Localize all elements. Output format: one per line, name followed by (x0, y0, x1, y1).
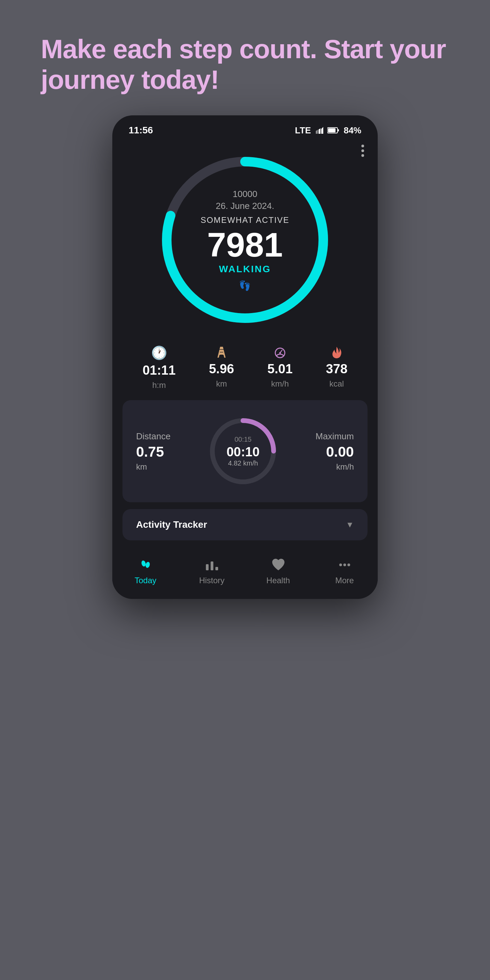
timer-distance-side: Distance 0.75 km (136, 431, 170, 472)
svg-point-21 (347, 563, 350, 566)
stat-speed-value: 5.01 (267, 362, 293, 376)
clock-icon: 🕐 (151, 345, 167, 360)
bar-chart-icon (205, 557, 220, 572)
status-time: 11:56 (129, 125, 153, 136)
fire-icon (330, 345, 343, 359)
timer-max-value: 0.00 (326, 444, 354, 460)
svg-point-20 (343, 563, 346, 566)
activity-tracker-bar[interactable]: Activity Tracker ▼ (123, 509, 368, 540)
more-icon (337, 557, 352, 572)
stat-duration: 🕐 01:11 h:m (143, 345, 176, 390)
svg-rect-5 (328, 128, 336, 132)
dropdown-arrow-icon: ▼ (346, 520, 354, 530)
speedometer-icon (273, 345, 287, 359)
timer-outer-time: 00:15 (227, 436, 259, 443)
ring-steps: 7981 (200, 228, 289, 262)
timer-max-unit: km/h (336, 462, 354, 472)
battery-percent: 84% (344, 125, 361, 136)
nav-today[interactable]: Today (112, 557, 179, 585)
svg-point-19 (339, 563, 342, 566)
ring-date: 26. June 2024. (200, 201, 289, 211)
svg-rect-6 (337, 129, 339, 131)
stat-speed: 5.01 km/h (267, 345, 293, 390)
battery-icon (327, 127, 340, 134)
timer-max-label: Maximum (315, 431, 354, 442)
stat-calories-value: 378 (326, 362, 347, 376)
stat-duration-unit: h:m (153, 380, 166, 390)
hero-text: Make each step count. Start your journey… (0, 0, 490, 115)
svg-marker-2 (316, 130, 318, 134)
svg-point-14 (140, 560, 146, 567)
svg-marker-0 (321, 127, 323, 134)
timer-main-time: 00:10 (227, 445, 259, 460)
ring-goal: 10000 (200, 189, 289, 199)
activity-tracker-label: Activity Tracker (136, 519, 207, 530)
timer-ring: 00:15 00:10 4.82 km/h (205, 414, 280, 488)
heart-icon (271, 557, 286, 572)
timer-ring-center: 00:15 00:10 4.82 km/h (227, 436, 259, 467)
svg-rect-17 (211, 562, 213, 570)
ring-activity-level: SOMEWHAT ACTIVE (200, 215, 289, 225)
ring-center: 10000 26. June 2024. SOMEWHAT ACTIVE 798… (200, 189, 289, 291)
nav-history-label: History (199, 576, 224, 585)
ring-section: 10000 26. June 2024. SOMEWHAT ACTIVE 798… (112, 141, 378, 400)
step-ring: 10000 26. June 2024. SOMEWHAT ACTIVE 798… (153, 148, 337, 332)
nav-health-label: Health (266, 576, 290, 585)
road-icon (215, 345, 228, 359)
phone-frame: 11:56 LTE 84% (112, 115, 378, 599)
status-right: LTE 84% (295, 125, 361, 136)
timer-distance-label: Distance (136, 431, 170, 442)
footprint-icon: 👣 (200, 280, 289, 291)
stat-calories-unit: kcal (329, 379, 344, 388)
timer-distance-unit: km (136, 462, 147, 472)
svg-rect-16 (206, 564, 208, 570)
footsteps-icon (138, 557, 153, 572)
stat-calories: 378 kcal (326, 345, 347, 390)
svg-point-15 (145, 562, 150, 568)
svg-point-11 (279, 352, 281, 354)
timer-speed: 4.82 km/h (227, 460, 259, 467)
svg-marker-1 (318, 128, 321, 134)
stat-duration-value: 01:11 (143, 363, 176, 378)
ring-type: WALKING (200, 264, 289, 275)
signal-icon (315, 127, 323, 134)
nav-history[interactable]: History (179, 557, 245, 585)
stats-row: 🕐 01:11 h:m 5.96 km 5.01 (112, 332, 378, 400)
nav-more-label: More (335, 576, 354, 585)
nav-today-label: Today (134, 576, 156, 585)
bottom-nav: Today History Health More (112, 547, 378, 599)
timer-max-side: Maximum 0.00 km/h (315, 431, 354, 472)
status-bar: 11:56 LTE 84% (112, 115, 378, 141)
lte-label: LTE (295, 125, 311, 136)
svg-rect-18 (215, 567, 218, 570)
stat-speed-unit: km/h (271, 379, 289, 388)
nav-more[interactable]: More (311, 557, 378, 585)
timer-distance-value: 0.75 (136, 444, 164, 460)
more-options-button[interactable] (361, 145, 364, 157)
nav-health[interactable]: Health (245, 557, 311, 585)
timer-card: Distance 0.75 km 00:15 00:10 4.82 km/h M… (123, 400, 368, 502)
stat-distance-value: 5.96 (209, 362, 234, 376)
stat-distance: 5.96 km (209, 345, 234, 390)
stat-distance-unit: km (216, 379, 227, 388)
